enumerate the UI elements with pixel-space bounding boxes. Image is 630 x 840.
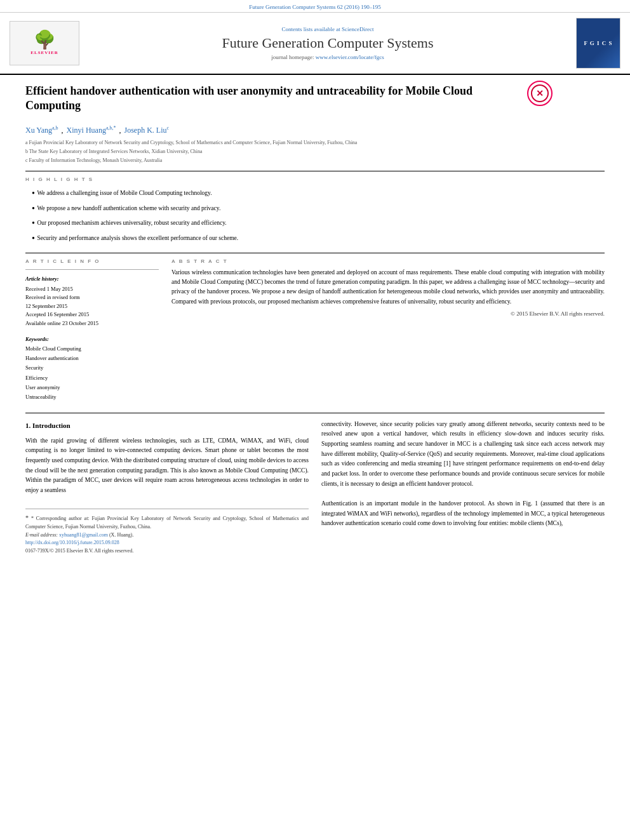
fgcs-logo: F G I C S xyxy=(576,18,620,69)
keywords-section: Keywords: Mobile Cloud Computing Handove… xyxy=(25,335,159,403)
elsevier-logo: 🌳 ELSEVIER xyxy=(10,21,79,65)
journal-title: Future Generation Computer Systems xyxy=(89,35,566,51)
top-bar: Future Generation Computer Systems 62 (2… xyxy=(0,0,630,13)
footnote-star: * * Corresponding author at: Fujian Prov… xyxy=(25,513,309,531)
logo-left: 🌳 ELSEVIER xyxy=(6,21,83,65)
divider-info xyxy=(25,269,159,270)
intro-col-left: 1. Introduction With the rapid growing o… xyxy=(25,420,309,556)
abstract-col: A B S T R A C T Various wireless communi… xyxy=(171,258,605,403)
sciencedirect-link[interactable]: ScienceDirect xyxy=(342,26,373,32)
highlight-item-4: Security and performance analysis shows … xyxy=(32,231,605,246)
keyword-5: User anonymity xyxy=(25,383,159,392)
highlight-item-1: We address a challenging issue of Mobile… xyxy=(32,186,605,201)
affiliation-a: a Fujian Provincial Key Laboratory of Ne… xyxy=(25,139,605,147)
issn-copyright: 0167-739X/© 2015 Elsevier B.V. All right… xyxy=(25,547,309,556)
article-history: Article history: Received 1 May 2015 Rec… xyxy=(25,275,159,328)
affiliation-b: b The State Key Laboratory of Integrated… xyxy=(25,148,605,156)
available-date: Available online 23 October 2015 xyxy=(25,319,159,328)
abstract-text: Various wireless communication technolog… xyxy=(171,268,605,307)
footnote-area: * * Corresponding author at: Fujian Prov… xyxy=(25,509,309,556)
paper-title: Efficient handover authentication with u… xyxy=(25,84,521,114)
highlight-item-3: Our proposed mechanism achieves universa… xyxy=(32,216,605,231)
article-info-col: A R T I C L E I N F O Article history: R… xyxy=(25,258,159,403)
author-1: Xu Yanga,b xyxy=(25,126,58,135)
intro-two-col: 1. Introduction With the rapid growing o… xyxy=(25,420,605,556)
divider-1 xyxy=(25,171,605,171)
intro-heading-text: 1. Introduction xyxy=(25,422,70,429)
highlights-list: We address a challenging issue of Mobile… xyxy=(32,186,605,246)
journal-citation: Future Generation Computer Systems 62 (2… xyxy=(249,4,380,10)
elsevier-brand: ELSEVIER xyxy=(30,50,58,55)
intro-para-right: connectivity. However, since security po… xyxy=(321,420,605,529)
intro-heading: 1. Introduction xyxy=(25,420,309,431)
received-revised-label: Received in revised form xyxy=(25,293,159,302)
intro-col-right: connectivity. However, since security po… xyxy=(321,420,605,556)
journal-center: Contents lists available at ScienceDirec… xyxy=(89,26,566,60)
doi-link[interactable]: http://dx.doi.org/10.1016/j.future.2015.… xyxy=(25,539,309,547)
svg-text:✕: ✕ xyxy=(536,89,544,98)
logo-right: F G I C S xyxy=(573,18,624,69)
authors-line: Xu Yanga,b , Xinyi Huanga,b,* , Joseph K… xyxy=(25,125,605,135)
keywords-label: Keywords: xyxy=(25,335,159,344)
divider-2 xyxy=(25,253,605,253)
footnote-star-text: * Corresponding author at: Fujian Provin… xyxy=(25,516,309,530)
received-date: Received 1 May 2015 xyxy=(25,285,159,294)
footnote-email: E-mail address: xyhuang81@gmail.com (X. … xyxy=(25,531,309,540)
keyword-4: Efficiency xyxy=(25,373,159,383)
email-name: (X. Huang). xyxy=(109,532,133,538)
info-abstract-section: A R T I C L E I N F O Article history: R… xyxy=(25,258,605,403)
journal-header: 🌳 ELSEVIER Contents lists available at S… xyxy=(0,13,630,75)
highlights-section: H I G H L I G H T S We address a challen… xyxy=(25,177,605,246)
main-content: Efficient handover authentication with u… xyxy=(0,75,630,568)
highlights-label: H I G H L I G H T S xyxy=(25,177,605,182)
crossmark-badge: ✕ xyxy=(527,81,553,106)
copyright-notice: © 2015 Elsevier B.V. All rights reserved… xyxy=(171,310,605,317)
introduction-section: 1. Introduction With the rapid growing o… xyxy=(25,413,605,556)
author-3: Joseph K. Liuc xyxy=(124,126,169,135)
keyword-2: Handover authentication xyxy=(25,354,159,363)
article-info-label: A R T I C L E I N F O xyxy=(25,258,159,264)
affiliation-c: c Faculty of Information Technology, Mon… xyxy=(25,157,605,164)
email-link[interactable]: xyhuang81@gmail.com xyxy=(59,532,108,538)
highlight-item-2: We propose a new handoff authentication … xyxy=(32,201,605,217)
accepted-date: Accepted 16 September 2015 xyxy=(25,310,159,319)
contents-line: Contents lists available at ScienceDirec… xyxy=(89,26,566,32)
intro-para-left: With the rapid growing of different wire… xyxy=(25,436,309,496)
affiliations: a Fujian Provincial Key Laboratory of Ne… xyxy=(25,139,605,164)
history-title: Article history: xyxy=(25,275,159,284)
homepage-link[interactable]: www.elsevier.com/locate/fgcs xyxy=(316,54,384,60)
keyword-3: Security xyxy=(25,363,159,373)
abstract-label: A B S T R A C T xyxy=(171,258,605,264)
tree-icon: 🌳 xyxy=(34,31,56,49)
author-2: Xinyi Huanga,b,* xyxy=(67,126,116,135)
keyword-6: Untraceability xyxy=(25,392,159,402)
revised-date: 12 September 2015 xyxy=(25,302,159,311)
keyword-1: Mobile Cloud Computing xyxy=(25,344,159,354)
journal-homepage: journal homepage: www.elsevier.com/locat… xyxy=(89,54,566,60)
